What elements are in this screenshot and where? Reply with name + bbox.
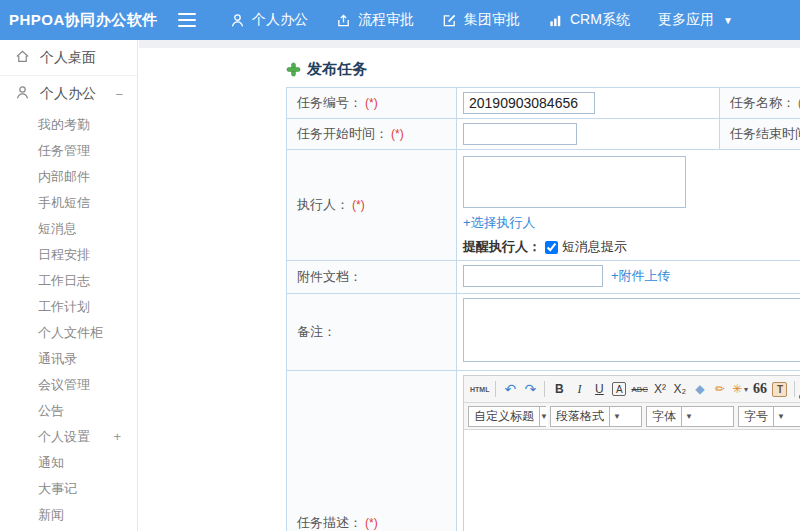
nav-label: CRM系统	[570, 11, 630, 29]
nav-group-approval[interactable]: 集团审批	[442, 11, 520, 29]
sidebar-item-label: 个人桌面	[40, 49, 96, 67]
description-label-cell: 任务描述：(*)	[287, 371, 457, 531]
attachment-input[interactable]	[463, 265, 603, 287]
sidebar-item-task-management[interactable]: 任务管理	[0, 138, 137, 164]
app-logo: PHPOA协同办公软件	[0, 11, 178, 30]
executor-textarea[interactable]	[463, 156, 686, 208]
sidebar-item-internal-mail[interactable]: 内部邮件	[0, 164, 137, 190]
sidebar-item-personal-settings[interactable]: 个人设置+	[0, 424, 137, 450]
paragraph-format-select[interactable]: 段落格式 ▼	[550, 406, 642, 427]
font-style-button[interactable]: A	[612, 382, 626, 396]
page-title: 发布任务	[286, 57, 800, 81]
bold-button[interactable]: B	[549, 379, 569, 399]
sms-remind-label: 短消息提示	[562, 238, 627, 256]
required-mark: (*)	[391, 127, 404, 141]
nav-personal-office[interactable]: 个人办公	[230, 11, 308, 29]
task-name-label-cell: 任务名称：(*)	[720, 88, 800, 119]
required-mark: (*)	[365, 96, 378, 110]
sidebar-item-schedule[interactable]: 日程安排	[0, 242, 137, 268]
blockquote-button[interactable]: 66	[750, 379, 770, 399]
person-icon	[15, 85, 30, 103]
superscript-button[interactable]: X²	[650, 379, 670, 399]
home-icon	[15, 49, 30, 67]
editor-toolbar-row2: 自定义标题 ▼ 段落格式 ▼ 字体 ▼	[464, 403, 800, 430]
magic-wand-button[interactable]: ✳	[730, 379, 750, 399]
sidebar-section-personal-office[interactable]: 个人办公 −	[0, 76, 137, 112]
sidebar-item-work-log[interactable]: 工作日志	[0, 268, 137, 294]
nav-crm-system[interactable]: CRM系统	[548, 11, 630, 29]
end-time-label-cell: 任务结束时间：(*)	[720, 119, 800, 150]
select-executor-link[interactable]: +选择执行人	[463, 215, 536, 230]
sidebar-item-meeting-management[interactable]: 会议管理	[0, 372, 137, 398]
chevron-down-icon: ▼	[773, 407, 788, 426]
page-title-text: 发布任务	[307, 60, 367, 79]
sidebar-item-work-plan[interactable]: 工作计划	[0, 294, 137, 320]
expand-icon[interactable]: +	[113, 424, 121, 450]
process-approval-icon	[336, 13, 351, 28]
sidebar-section-label: 个人办公	[40, 85, 96, 103]
chevron-down-icon: ▼	[609, 407, 624, 426]
undo-button[interactable]: ↶	[500, 379, 520, 399]
chevron-down-icon: ▼	[723, 15, 733, 26]
bar-chart-icon	[548, 13, 563, 28]
start-time-input[interactable]	[463, 123, 577, 145]
sidebar-item-desktop[interactable]: 个人桌面	[0, 40, 137, 76]
paste-text-button[interactable]: T	[772, 382, 787, 397]
editor-toolbar-row1: HTML ↶ ↷ B I U A ABC X² X₂ ◆	[464, 376, 800, 403]
html-source-button[interactable]: HTML	[468, 379, 491, 399]
executor-label-cell: 执行人：(*)	[287, 150, 457, 261]
sidebar-item-memorabilia[interactable]: 大事记	[0, 476, 137, 502]
main-nav: 个人办公 流程审批 集团审批 CRM系统 更多应用 ▼	[230, 11, 733, 29]
person-icon	[230, 13, 245, 28]
attachment-upload-link[interactable]: +附件上传	[611, 267, 671, 285]
editor-content-area[interactable]	[464, 430, 800, 531]
sidebar-item-sms[interactable]: 手机短信	[0, 190, 137, 216]
task-no-input[interactable]	[463, 92, 595, 114]
sidebar-item-file-cabinet[interactable]: 个人文件柜	[0, 320, 137, 346]
strikethrough-button[interactable]: ABC	[629, 379, 649, 399]
format-brush-button[interactable]: ✏	[710, 379, 730, 399]
main-content: 发布任务 任务编号：(*) 任务名称：(*) 任务开始时间：(*) 任务结束时间…	[139, 40, 800, 531]
chevron-down-icon: ▼	[681, 407, 696, 426]
nav-label: 流程审批	[358, 11, 414, 29]
subscript-button[interactable]: X₂	[670, 379, 690, 399]
sidebar-item-attendance[interactable]: 我的考勤	[0, 112, 137, 138]
task-no-label-cell: 任务编号：(*)	[287, 88, 457, 119]
sidebar-item-notice[interactable]: 通知	[0, 450, 137, 476]
nav-process-approval[interactable]: 流程审批	[336, 11, 414, 29]
attachment-label-cell: 附件文档：	[287, 261, 457, 294]
sidebar-item-short-message[interactable]: 短消息	[0, 216, 137, 242]
nav-more-apps[interactable]: 更多应用 ▼	[658, 11, 733, 29]
content-top-strip	[139, 40, 800, 48]
redo-button[interactable]: ↷	[520, 379, 540, 399]
underline-button[interactable]: U	[589, 379, 609, 399]
add-icon	[286, 62, 301, 77]
custom-title-select[interactable]: 自定义标题 ▼	[468, 406, 546, 427]
nav-label: 更多应用	[658, 11, 714, 29]
hamburger-menu-icon[interactable]	[178, 13, 196, 27]
edit-icon	[442, 13, 457, 28]
chevron-down-icon: ▼	[539, 407, 548, 426]
top-bar: PHPOA协同办公软件 个人办公 流程审批 集团审批 CRM系统	[0, 0, 800, 40]
required-mark: (*)	[352, 198, 365, 212]
required-mark: (*)	[365, 516, 378, 530]
publish-task-form: 任务编号：(*) 任务名称：(*) 任务开始时间：(*) 任务结束时间：(*) …	[286, 87, 800, 531]
remind-executor-label: 提醒执行人：	[463, 238, 541, 256]
sms-remind-checkbox[interactable]	[545, 241, 558, 254]
start-time-label-cell: 任务开始时间：(*)	[287, 119, 457, 150]
remark-textarea[interactable]	[463, 298, 800, 362]
sidebar: 个人桌面 个人办公 − 我的考勤 任务管理 内部邮件 手机短信 短消息 日程安排…	[0, 40, 138, 531]
font-size-select[interactable]: 字号 ▼	[738, 406, 800, 427]
rich-text-editor: HTML ↶ ↷ B I U A ABC X² X₂ ◆	[463, 375, 800, 531]
sidebar-item-announcement[interactable]: 公告	[0, 398, 137, 424]
italic-button[interactable]: I	[569, 379, 589, 399]
eraser-button[interactable]: ◆	[690, 379, 710, 399]
collapse-icon[interactable]: −	[115, 87, 123, 102]
nav-label: 集团审批	[464, 11, 520, 29]
sidebar-item-contacts[interactable]: 通讯录	[0, 346, 137, 372]
font-family-select[interactable]: 字体 ▼	[646, 406, 734, 427]
sidebar-submenu: 我的考勤 任务管理 内部邮件 手机短信 短消息 日程安排 工作日志 工作计划 个…	[0, 112, 137, 531]
sidebar-item-news[interactable]: 新闻	[0, 502, 137, 528]
nav-label: 个人办公	[252, 11, 308, 29]
remark-label-cell: 备注：	[287, 294, 457, 371]
